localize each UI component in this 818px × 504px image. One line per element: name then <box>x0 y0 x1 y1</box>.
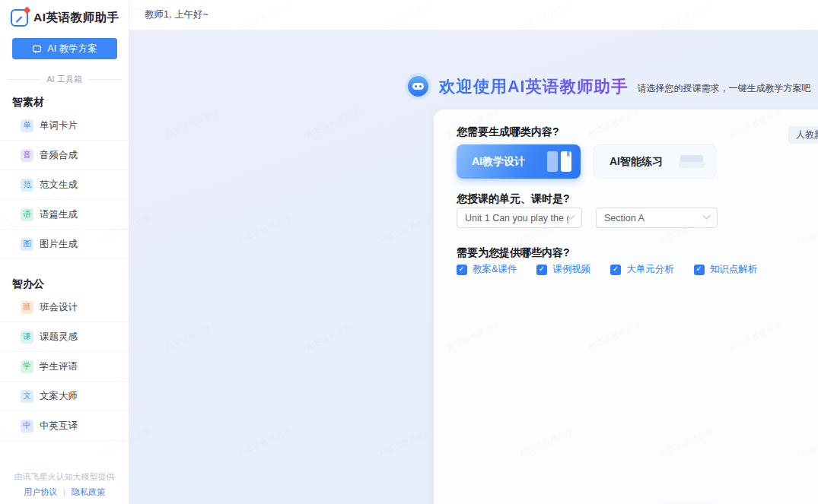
textbook-version-selector[interactable]: 人教新目标版/七年级下册 <box>788 126 818 144</box>
option-card-ai-smart-practice[interactable]: AI智能练习 <box>594 144 716 179</box>
checkbox-checked-icon[interactable] <box>457 265 467 275</box>
ai-teaching-plan-label: AI 教学方案 <box>47 43 97 55</box>
app-root: AI英语教师助手 AI 教学方案 AI 工具箱 智素材 单 单词卡片 音 音频合… <box>0 0 818 504</box>
provide-content-checkboxes: 教案&课件 课例视频 大单元分析 知识点解析 <box>457 263 757 276</box>
class-badge-icon: 班 <box>21 301 33 314</box>
unit-selects: Unit 1 Can you play the gui... Section A <box>457 208 718 228</box>
student-badge-icon: 学 <box>21 360 33 373</box>
teaching-design-books-icon <box>547 151 571 172</box>
chevron-down-icon <box>568 212 575 220</box>
sidebar-item-student-comments[interactable]: 学 学生评语 <box>0 352 129 382</box>
sidebar-item-cn-en-translation[interactable]: 中 中英互译 <box>0 411 129 441</box>
checkbox-checked-icon[interactable] <box>610 265 621 275</box>
sidebar-item-audio-synthesis[interactable]: 音 音频合成 <box>0 141 129 170</box>
toolbox-label: AI 工具箱 <box>46 74 81 85</box>
essay-badge-icon: 范 <box>21 179 33 192</box>
word-badge-icon: 单 <box>21 119 33 132</box>
robot-avatar-icon <box>408 76 428 97</box>
question-content-type: 您需要生成哪类内容? <box>457 125 559 139</box>
sidebar-item-class-meeting-design[interactable]: 班 班会设计 <box>0 293 129 322</box>
group-title-office: 智办公 <box>12 277 129 293</box>
sidebar-item-image-generation[interactable]: 图 图片生成 <box>0 230 129 259</box>
sidebar-item-label: 文案大师 <box>40 390 78 403</box>
pen-book-logo-icon <box>11 9 28 27</box>
checkbox-checked-icon[interactable] <box>536 265 547 275</box>
app-title: AI英语教师助手 <box>33 10 119 26</box>
sidebar-item-label: 范文生成 <box>40 179 78 192</box>
checkbox-lesson-plan-courseware[interactable]: 教案&课件 <box>457 263 517 276</box>
privacy-link[interactable]: 隐私政策 <box>72 487 105 496</box>
topbar: 教师1, 上午好~ <box>129 0 818 30</box>
checkbox-knowledge-point-analysis[interactable]: 知识点解析 <box>694 263 758 276</box>
chevron-down-icon <box>703 212 711 220</box>
sidebar-item-topic-inspiration[interactable]: 课 课题灵感 <box>0 322 129 352</box>
welcome-subtitle: 请选择您的授课需求，一键生成教学方案吧 <box>638 82 811 95</box>
checkbox-checked-icon[interactable] <box>694 265 705 275</box>
form-panel: 人教新目标版/七年级下册 您需要生成哪类内容? AI教学设计 AI智能练习 <box>434 109 818 504</box>
chat-icon <box>32 44 42 54</box>
sidebar-item-word-cards[interactable]: 单 单词卡片 <box>0 111 129 141</box>
discourse-badge-icon: 语 <box>21 208 33 221</box>
group-title-materials: 智素材 <box>12 96 129 111</box>
provider-text: 由讯飞星火认知大模型提供 <box>0 471 129 483</box>
unit-select[interactable]: Unit 1 Can you play the gui... <box>457 208 582 228</box>
checkbox-big-unit-analysis[interactable]: 大单元分析 <box>610 263 674 276</box>
welcome-header: 欢迎使用AI英语教师助手 请选择您的授课需求，一键生成教学方案吧 <box>408 75 811 97</box>
welcome-title: 欢迎使用AI英语教师助手 <box>439 75 629 97</box>
sidebar-item-label: 图片生成 <box>40 238 78 251</box>
sidebar-item-label: 中英互译 <box>40 420 78 433</box>
sidebar-item-label: 单词卡片 <box>40 119 78 132</box>
sidebar-footer: 由讯飞星火认知大模型提供 用户协议 | 隐私政策 <box>0 471 129 498</box>
sidebar-item-essay-generation[interactable]: 范 范文生成 <box>0 170 129 200</box>
sidebar-item-label: 课题灵感 <box>40 331 78 344</box>
topic-badge-icon: 课 <box>21 331 33 344</box>
practice-sheets-icon <box>679 155 705 170</box>
translate-badge-icon: 中 <box>21 420 33 433</box>
toolbox-divider: AI 工具箱 <box>8 73 121 85</box>
sidebar-item-label: 班会设计 <box>40 301 78 314</box>
question-provide-content: 需要为您提供哪些内容? <box>457 246 570 260</box>
audio-badge-icon: 音 <box>21 149 33 162</box>
image-badge-icon: 图 <box>21 238 33 251</box>
question-unit-lesson: 您授课的单元、课时是? <box>457 192 570 206</box>
card-label: AI智能练习 <box>610 155 663 169</box>
option-card-ai-teaching-design[interactable]: AI教学设计 <box>457 144 581 179</box>
content-type-options: AI教学设计 AI智能练习 <box>457 144 716 179</box>
app-logo: AI英语教师助手 <box>0 0 129 29</box>
textbook-version-value: 人教新目标版/七年级下册 <box>796 128 818 141</box>
main-area: 欢迎使用AI英语教师助手 请选择您的授课需求，一键生成教学方案吧 人教新目标版/… <box>129 30 818 504</box>
checkbox-lesson-video[interactable]: 课例视频 <box>536 263 590 276</box>
terms-link[interactable]: 用户协议 <box>24 487 57 496</box>
sidebar-item-discourse-generation[interactable]: 语 语篇生成 <box>0 200 129 230</box>
sidebar-item-copywriting-master[interactable]: 文 文案大师 <box>0 382 129 411</box>
ai-teaching-plan-button[interactable]: AI 教学方案 <box>12 38 117 59</box>
unit-select-value: Unit 1 Can you play the gui... <box>465 213 568 223</box>
section-select[interactable]: Section A <box>596 208 718 228</box>
user-greeting: 教师1, 上午好~ <box>145 8 208 21</box>
sidebar-item-label: 学生评语 <box>40 360 78 373</box>
card-label: AI教学设计 <box>472 155 525 169</box>
sidebar: AI英语教师助手 AI 教学方案 AI 工具箱 智素材 单 单词卡片 音 音频合… <box>0 0 129 504</box>
sidebar-item-label: 音频合成 <box>40 149 78 162</box>
sidebar-item-label: 语篇生成 <box>40 208 78 221</box>
spark-icon <box>24 7 31 14</box>
section-select-value: Section A <box>604 213 704 223</box>
copy-badge-icon: 文 <box>21 390 33 403</box>
link-separator: | <box>63 487 65 496</box>
